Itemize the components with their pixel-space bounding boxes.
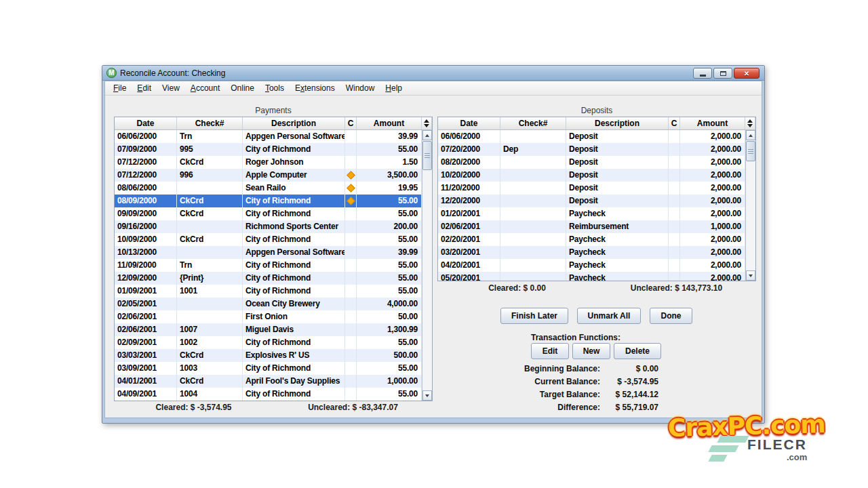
menu-tools[interactable]: Tools xyxy=(260,82,290,94)
cell-date: 07/20/2000 xyxy=(438,143,500,156)
cell-date: 02/06/2001 xyxy=(438,220,500,233)
cell-amount: 2,000.00 xyxy=(680,130,745,143)
table-row[interactable]: 07/09/2000995City of Richmond55.00 xyxy=(115,143,422,156)
table-row[interactable]: 12/20/2000Deposit2,000.00 xyxy=(438,195,745,207)
done-button[interactable]: Done xyxy=(650,308,692,324)
table-row[interactable]: 08/20/2000Deposit2,000.00 xyxy=(438,156,745,169)
column-header-c[interactable]: C xyxy=(669,117,680,129)
menu-help[interactable]: Help xyxy=(380,82,408,94)
column-header-check[interactable]: Check# xyxy=(177,117,243,129)
table-row[interactable]: 11/20/2000Deposit2,000.00 xyxy=(438,182,745,195)
table-row[interactable]: 01/20/2001Paycheck2,000.00 xyxy=(438,207,745,220)
table-row[interactable]: 07/12/2000996Apple Computer3,500.00 xyxy=(115,169,422,182)
table-row[interactable]: 02/06/2001First Onion50.00 xyxy=(115,310,422,323)
menu-window[interactable]: Window xyxy=(340,82,380,94)
up-down-arrows-icon[interactable] xyxy=(422,117,432,129)
cell-check-number xyxy=(500,207,566,220)
cell-date: 11/09/2000 xyxy=(115,259,177,272)
table-row[interactable]: 05/20/2001Paycheck2,000.00 xyxy=(438,272,745,281)
vertical-scrollbar[interactable] xyxy=(745,130,755,281)
cell-amount: 1,000.00 xyxy=(357,375,422,388)
column-header-amount[interactable]: Amount xyxy=(680,117,745,129)
table-row[interactable]: 07/20/2000DepDeposit2,000.00 xyxy=(438,143,745,156)
table-row[interactable]: 06/06/2000Deposit2,000.00 xyxy=(438,130,745,143)
cell-date: 02/06/2001 xyxy=(115,310,177,323)
payments-footer: Cleared: $ -3,574.95 Uncleared: $ -83,34… xyxy=(114,403,433,412)
scroll-down-icon[interactable] xyxy=(746,270,755,281)
table-row[interactable]: 02/09/20011002City of Richmond55.00 xyxy=(115,336,422,349)
table-row[interactable]: 03/20/2001Paycheck2,000.00 xyxy=(438,246,745,259)
cell-description: Sean Railo xyxy=(243,182,345,195)
table-row[interactable]: 04/20/2001Paycheck2,000.00 xyxy=(438,259,745,272)
cell-description: City of Richmond xyxy=(243,336,345,349)
payments-title: Payments xyxy=(114,106,433,115)
column-header-check[interactable]: Check# xyxy=(500,117,566,129)
menu-online[interactable]: Online xyxy=(225,82,260,94)
delete-button[interactable]: Delete xyxy=(614,343,661,359)
filecr-watermark-text: FILECR xyxy=(747,436,807,453)
menu-view[interactable]: View xyxy=(157,82,185,94)
table-row[interactable]: 03/09/20011003City of Richmond55.00 xyxy=(115,362,422,375)
cell-description: City of Richmond xyxy=(243,195,345,207)
table-row[interactable]: 04/01/2001CkCrdApril Fool's Day Supplies… xyxy=(115,375,422,388)
column-header-c[interactable]: C xyxy=(345,117,357,129)
table-row[interactable]: 06/06/2000TrnAppgen Personal Software39.… xyxy=(115,130,422,143)
scroll-up-icon[interactable] xyxy=(422,130,432,140)
column-header-date[interactable]: Date xyxy=(115,117,177,129)
cell-amount: 55.00 xyxy=(357,362,422,375)
table-row[interactable]: 02/06/20011007Miguel Davis1,300.99 xyxy=(115,323,422,336)
column-header-description[interactable]: Description xyxy=(566,117,669,129)
transaction-functions-label: Transaction Functions: xyxy=(485,333,667,342)
table-row[interactable]: 08/06/2000Sean Railo19.95 xyxy=(115,182,422,195)
title-bar[interactable]: M Reconcile Account: Checking ✕ xyxy=(102,66,764,81)
table-row[interactable]: 09/09/2000CkCrdCity of Richmond55.00 xyxy=(115,207,422,220)
balance-value: $ -3,574.95 xyxy=(600,375,658,388)
balance-row: Difference:$ 55,719.07 xyxy=(437,401,658,414)
new-button[interactable]: New xyxy=(572,343,610,359)
maximize-button[interactable] xyxy=(713,68,732,79)
column-header-amount[interactable]: Amount xyxy=(357,117,422,129)
edit-button[interactable]: Edit xyxy=(531,343,569,359)
table-row[interactable]: 11/09/2000TrnCity of Richmond55.00 xyxy=(115,259,422,272)
table-row[interactable]: 03/03/2001CkCrdExplosives R' US500.00 xyxy=(115,349,422,362)
cell-date: 05/20/2001 xyxy=(438,272,500,281)
cell-check-number xyxy=(500,233,566,246)
table-row[interactable]: 07/12/2000CkCrdRoger Johnson1.50 xyxy=(115,156,422,169)
balance-value: $ 52,144.12 xyxy=(600,388,658,401)
column-header-date[interactable]: Date xyxy=(438,117,500,129)
table-row[interactable]: 12/09/2000{Print}City of Richmond55.00 xyxy=(115,272,422,285)
finish-later-button[interactable]: Finish Later xyxy=(500,308,568,324)
table-row[interactable]: 02/05/2001Ocean City Brewery4,000.00 xyxy=(115,298,422,310)
table-row[interactable]: 02/20/2001Paycheck2,000.00 xyxy=(438,233,745,246)
cell-date: 04/09/2001 xyxy=(115,388,177,401)
table-row[interactable]: 10/13/2000Appgen Personal Software39.99 xyxy=(115,246,422,259)
table-row[interactable]: 10/09/2000CkCrdCity of Richmond55.00 xyxy=(115,233,422,246)
menu-extensions[interactable]: Extensions xyxy=(290,82,340,94)
unmark-all-button[interactable]: Unmark All xyxy=(577,308,641,324)
scrollbar-thumb[interactable] xyxy=(422,141,432,170)
cell-check-number xyxy=(177,298,243,310)
cell-cleared xyxy=(669,272,680,281)
up-down-arrows-icon[interactable] xyxy=(745,117,755,129)
cell-cleared xyxy=(345,246,357,259)
menu-edit[interactable]: Edit xyxy=(132,82,157,94)
menu-account[interactable]: Account xyxy=(185,82,225,94)
cell-date: 03/09/2001 xyxy=(115,362,177,375)
table-row[interactable]: 09/16/2000Richmond Sports Center200.00 xyxy=(115,220,422,233)
table-row[interactable]: 08/09/2000CkCrdCity of Richmond55.00 xyxy=(115,195,422,207)
table-row[interactable]: 10/20/2000Deposit2,000.00 xyxy=(438,169,745,182)
table-row[interactable]: 04/09/20011004City of Richmond55.00 xyxy=(115,388,422,401)
cell-amount: 2,000.00 xyxy=(680,182,745,195)
cell-description: Explosives R' US xyxy=(243,349,345,362)
vertical-scrollbar[interactable] xyxy=(422,130,432,401)
column-header-description[interactable]: Description xyxy=(243,117,345,129)
close-button[interactable]: ✕ xyxy=(734,68,760,79)
menu-file[interactable]: File xyxy=(108,82,132,94)
table-row[interactable]: 01/09/20011001City of Richmond55.00 xyxy=(115,285,422,298)
minimize-button[interactable] xyxy=(693,68,712,79)
scrollbar-thumb[interactable] xyxy=(746,141,755,161)
scroll-down-icon[interactable] xyxy=(422,390,432,401)
cell-cleared xyxy=(345,285,357,298)
scroll-up-icon[interactable] xyxy=(746,130,755,140)
table-row[interactable]: 02/06/2001Reimbursement1,000.00 xyxy=(438,220,745,233)
